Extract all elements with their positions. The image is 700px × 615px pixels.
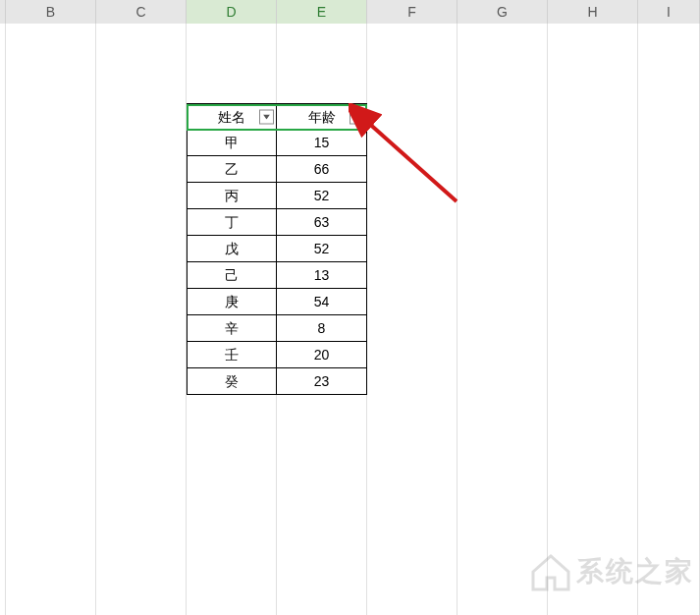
- grid-cell[interactable]: [638, 103, 700, 130]
- grid-cell[interactable]: [458, 236, 548, 262]
- cell-name[interactable]: 辛: [187, 315, 277, 342]
- table-row[interactable]: 乙 66: [0, 156, 700, 183]
- grid-cell[interactable]: [458, 262, 548, 289]
- grid-cell[interactable]: [6, 156, 96, 183]
- grid-cell[interactable]: [548, 77, 638, 103]
- grid-cell[interactable]: [277, 554, 367, 581]
- grid-cell[interactable]: [458, 130, 548, 156]
- grid-cell[interactable]: [638, 289, 700, 315]
- cell-name[interactable]: 甲: [187, 130, 277, 156]
- grid-cell[interactable]: [367, 289, 458, 315]
- col-header-c[interactable]: C: [96, 0, 187, 24]
- grid-row[interactable]: [0, 50, 700, 77]
- grid-cell[interactable]: [6, 475, 96, 501]
- grid-cell[interactable]: [6, 50, 96, 77]
- grid-cell[interactable]: [367, 581, 458, 607]
- grid-cell[interactable]: [96, 528, 187, 554]
- grid-cell[interactable]: [96, 50, 187, 77]
- grid-cell[interactable]: [96, 236, 187, 262]
- grid-cell[interactable]: [367, 421, 458, 448]
- grid-cell[interactable]: [277, 395, 367, 421]
- grid-row[interactable]: [0, 607, 700, 615]
- grid-cell[interactable]: [6, 130, 96, 156]
- grid-cell[interactable]: [96, 130, 187, 156]
- grid-cell[interactable]: [638, 581, 700, 607]
- cell-name[interactable]: 丁: [187, 209, 277, 236]
- grid-cell[interactable]: [277, 581, 367, 607]
- grid-cell[interactable]: [367, 262, 458, 289]
- grid-cell[interactable]: [367, 315, 458, 342]
- grid-cell[interactable]: [458, 607, 548, 615]
- grid-cell[interactable]: [187, 475, 277, 501]
- grid-cell[interactable]: [638, 130, 700, 156]
- grid-cell[interactable]: [96, 262, 187, 289]
- grid-row[interactable]: [0, 554, 700, 581]
- grid-cell[interactable]: [96, 581, 187, 607]
- grid-cell[interactable]: [548, 528, 638, 554]
- cell-age[interactable]: 63: [277, 209, 367, 236]
- grid-cell[interactable]: [638, 607, 700, 615]
- grid-cell[interactable]: [638, 395, 700, 421]
- grid-cell[interactable]: [458, 421, 548, 448]
- grid-cell[interactable]: [548, 183, 638, 209]
- grid-cell[interactable]: [6, 554, 96, 581]
- grid-cell[interactable]: [638, 368, 700, 395]
- col-header-d[interactable]: D: [187, 0, 277, 24]
- grid-cell[interactable]: [548, 554, 638, 581]
- cell-name[interactable]: 戊: [187, 236, 277, 262]
- grid-cell[interactable]: [6, 448, 96, 475]
- grid-cell[interactable]: [6, 315, 96, 342]
- table-row[interactable]: 癸 23: [0, 368, 700, 395]
- table-row[interactable]: 甲 15: [0, 130, 700, 156]
- grid-cell[interactable]: [367, 368, 458, 395]
- grid-cell[interactable]: [367, 554, 458, 581]
- grid-cell[interactable]: [548, 368, 638, 395]
- grid-cell[interactable]: [187, 50, 277, 77]
- grid-cell[interactable]: [548, 315, 638, 342]
- grid-cell[interactable]: [187, 395, 277, 421]
- grid-cell[interactable]: [96, 501, 187, 528]
- grid-cell[interactable]: [638, 421, 700, 448]
- grid-cell[interactable]: [367, 395, 458, 421]
- grid-cell[interactable]: [548, 475, 638, 501]
- grid-cell[interactable]: [548, 342, 638, 368]
- grid-row[interactable]: [0, 581, 700, 607]
- grid-cell[interactable]: [548, 24, 638, 50]
- grid-cell[interactable]: [96, 421, 187, 448]
- grid-cell[interactable]: [638, 342, 700, 368]
- grid-cell[interactable]: [367, 183, 458, 209]
- grid-cell[interactable]: [367, 448, 458, 475]
- cell-age[interactable]: 23: [277, 368, 367, 395]
- grid-cell[interactable]: [638, 528, 700, 554]
- grid-cell[interactable]: [367, 607, 458, 615]
- grid-row[interactable]: [0, 77, 700, 103]
- grid-cell[interactable]: [548, 581, 638, 607]
- grid-cell[interactable]: [458, 183, 548, 209]
- grid-cell[interactable]: [187, 554, 277, 581]
- grid-cell[interactable]: [638, 209, 700, 236]
- grid-cell[interactable]: [458, 209, 548, 236]
- grid-cell[interactable]: [277, 475, 367, 501]
- grid-cell[interactable]: [458, 448, 548, 475]
- grid-cell[interactable]: [458, 475, 548, 501]
- grid-cell[interactable]: [187, 528, 277, 554]
- grid-cell[interactable]: [187, 607, 277, 615]
- grid-cell[interactable]: [6, 528, 96, 554]
- grid-cell[interactable]: [277, 607, 367, 615]
- grid-row[interactable]: [0, 421, 700, 448]
- grid-cell[interactable]: [638, 183, 700, 209]
- grid-cell[interactable]: [367, 103, 458, 130]
- grid-cell[interactable]: [6, 581, 96, 607]
- grid-cell[interactable]: [458, 24, 548, 50]
- table-row[interactable]: 壬 20: [0, 342, 700, 368]
- grid-cell[interactable]: [548, 262, 638, 289]
- col-header-h[interactable]: H: [548, 0, 638, 24]
- grid-cell[interactable]: [458, 77, 548, 103]
- cell-age[interactable]: 54: [277, 289, 367, 315]
- grid-cell[interactable]: [367, 156, 458, 183]
- grid-cell[interactable]: [6, 236, 96, 262]
- col-header-e[interactable]: E: [277, 0, 367, 24]
- grid-cell[interactable]: [6, 395, 96, 421]
- grid-row[interactable]: [0, 24, 700, 50]
- grid-cell[interactable]: [6, 77, 96, 103]
